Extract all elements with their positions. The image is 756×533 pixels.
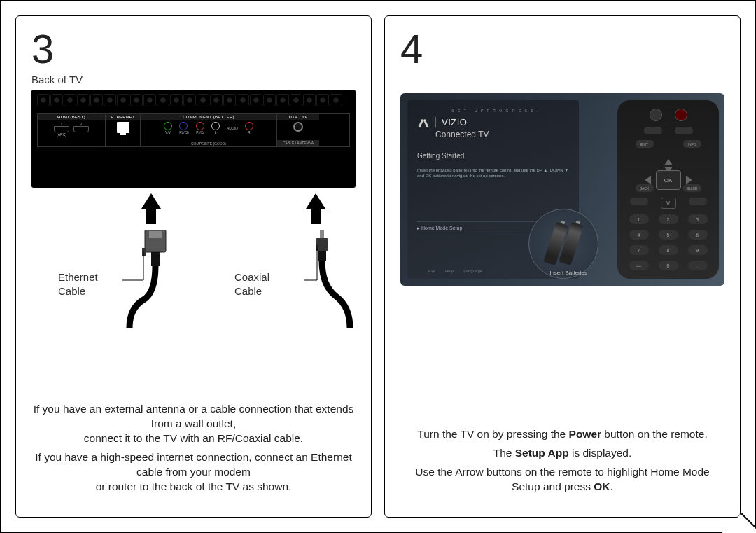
rca-pb-port: [179, 122, 188, 130]
coaxial-cable-icon: [304, 230, 360, 328]
dpad-up-icon: [664, 159, 673, 165]
key-9: 9: [688, 245, 708, 255]
remote-v-button: V: [661, 198, 676, 209]
p3a: Use the Arrow buttons on the remote to h…: [415, 466, 709, 492]
hdmi-arc-label: (ARC): [54, 132, 69, 137]
key-1: 1: [629, 214, 649, 224]
step-3-panel: 3 Back of TV HDMI (BEST) 1: [15, 15, 372, 518]
svg-rect-7: [316, 238, 328, 251]
key-dot: .: [688, 261, 708, 270]
remote-keypad: 1 2 3 4 5 6 7 8 9 — 0 .: [629, 214, 708, 270]
step-number: 3: [31, 29, 356, 69]
remote-guide-button: GUIDE: [683, 184, 701, 192]
rca-audio-r-port: [245, 122, 253, 130]
step-4-body: Turn the TV on by pressing the Power but…: [400, 427, 724, 504]
remote-btn: [675, 127, 693, 134]
tab-exit: Exit: [428, 269, 435, 273]
ethernet-port: [117, 122, 130, 133]
arrow-ethernet-icon: [141, 193, 161, 209]
p3c: .: [610, 480, 613, 492]
remote-ok-button: OK: [656, 170, 681, 190]
step-3-body: If you have an external antenna or a cab…: [31, 402, 356, 504]
key-4: 4: [629, 230, 649, 240]
manual-page: 3 Back of TV HDMI (BEST) 1: [0, 0, 756, 533]
key-7: 7: [629, 245, 649, 255]
vizio-logo-icon: [417, 118, 430, 127]
svg-rect-1: [149, 231, 162, 238]
remote-input-button: [650, 109, 662, 121]
panels-container: 3 Back of TV HDMI (BEST) 1: [1, 1, 755, 532]
step-4-p3: Use the Arrow buttons on the remote to h…: [400, 465, 724, 494]
tv-back-illustration: HDMI (BEST) 1 (ARC) 2: [31, 90, 356, 188]
p1c: button on the remote.: [601, 428, 708, 440]
port-bar: HDMI (BEST) 1 (ARC) 2: [37, 113, 350, 147]
coax-group: DTV / TV CABLE / ANTENNA: [277, 114, 319, 146]
arrow-coax-stem: [311, 207, 321, 224]
arrow-ethernet-stem: [146, 207, 156, 224]
onscreen-bottom-tabs: Exit Help Language: [428, 269, 482, 273]
batteries-inset: [528, 209, 598, 279]
p1b: Power: [569, 428, 602, 440]
remote-dpad: OK: [640, 156, 696, 176]
key-6: 6: [688, 230, 708, 240]
remote-power-button: [675, 109, 687, 121]
key-8: 8: [659, 245, 678, 255]
p1a: Turn the TV on by pressing the: [417, 428, 568, 440]
dpad-right-icon: [686, 176, 692, 184]
p2c: is displayed.: [569, 447, 632, 459]
ethernet-cable-label: Ethernet Cable: [58, 270, 98, 298]
hdmi-label: HDMI (BEST): [38, 114, 105, 120]
hdmi-port-2: [74, 126, 89, 132]
cable-antenna-label: CABLE / ANTENNA: [277, 140, 319, 146]
remote-illustration: EXIT INFO OK BACK GUIDE: [617, 100, 719, 279]
key-5: 5: [659, 230, 678, 240]
dpad-left-icon: [645, 176, 651, 184]
vizio-brand: VIZIO: [442, 117, 467, 127]
remote-exit-button: EXIT: [636, 140, 654, 148]
rca-y-port: [164, 122, 172, 130]
hdmi-port-1: [54, 126, 69, 132]
coaxial-cable-label: Coaxial Cable: [234, 270, 270, 298]
arrows-row: [31, 188, 356, 230]
key-2: 2: [659, 214, 678, 224]
ethernet-cable-icon: [122, 230, 192, 328]
remote-menu-button: INFO: [683, 140, 701, 148]
cable-labels-row: Ethernet Cable Coaxial Cable: [31, 230, 356, 328]
key-3: 3: [688, 214, 708, 224]
tab-help: Help: [445, 269, 454, 273]
connected-tv-label: Connected TV: [435, 130, 569, 139]
getting-started-label: Getting Started: [417, 152, 569, 160]
prcr-label: Pr/Cr: [196, 130, 204, 134]
composite-sublabel: COMPOSITE (GOOD): [141, 141, 276, 146]
insert-batteries-label: Insert Batteries: [550, 270, 587, 276]
back-of-tv-label: Back of TV: [31, 74, 356, 85]
onscreen-instructions: Insert the provided batteries into the r…: [417, 168, 569, 179]
yv-label: Y/V: [164, 130, 172, 134]
remote-btn: [630, 198, 648, 205]
setup-photo: S E T - U P P R O G R E S S VIZIO Connec…: [400, 93, 724, 286]
svg-rect-8: [318, 251, 326, 261]
remote-btn: [644, 127, 662, 134]
remote-back-button: BACK: [636, 184, 654, 192]
rca-audio-l-port: [211, 122, 220, 130]
component-label: COMPONENT (BETTER): [141, 114, 276, 120]
step-number: 4: [400, 29, 724, 69]
pbcb-label: Pb/Cb: [179, 130, 189, 134]
p2b: Setup App: [515, 447, 569, 459]
audio-l-label: L: [211, 130, 220, 134]
tv-vents: [37, 94, 350, 109]
svg-rect-2: [142, 248, 146, 256]
hdmi-group: HDMI (BEST) 1 (ARC) 2: [38, 114, 106, 146]
step-4-p1: Turn the TV on by pressing the Power but…: [400, 427, 724, 442]
rca-pr-port: [196, 122, 204, 130]
tab-language: Language: [463, 269, 482, 273]
p2a: The: [493, 447, 515, 459]
component-group: COMPONENT (BETTER) Y/V Pb/Cb Pr/Cr L .AU…: [141, 114, 277, 146]
ethernet-label: ETHERNET: [106, 114, 140, 120]
key-0: 0: [659, 261, 678, 270]
remote-btn: [689, 198, 707, 205]
key-dash: —: [629, 261, 649, 270]
ethernet-group: ETHERNET: [106, 114, 141, 146]
p3b: OK: [594, 480, 610, 492]
dtv-label: DTV / TV: [277, 114, 319, 120]
